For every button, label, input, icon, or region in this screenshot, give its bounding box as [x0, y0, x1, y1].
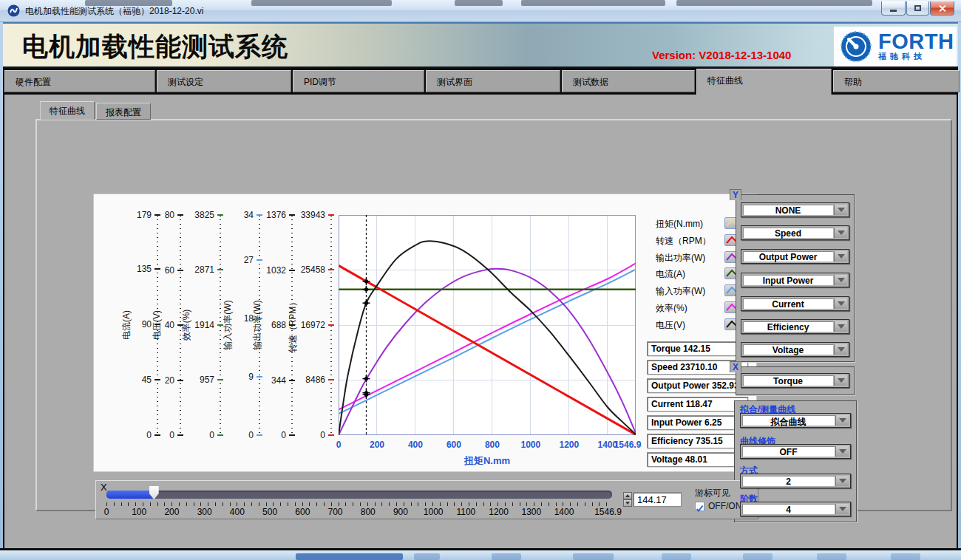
y-selector-6[interactable]: Efficiency — [741, 319, 849, 334]
title-bar[interactable]: 电机加载性能测试系统（福驰）2018-12-20.vi — [0, 0, 961, 22]
y-selector-5[interactable]: Current — [741, 296, 849, 311]
legend-label-扭矩(N.mm): 扭矩(N.mm) — [656, 218, 703, 231]
app-header: 电机加载性能测试系统 Version: V2018-12-13-1040 FOR… — [3, 22, 958, 68]
x-selector[interactable]: Torque — [741, 373, 849, 388]
tab-测试设定[interactable]: 测试设定 — [157, 70, 291, 92]
axis-tick-value: 688 — [245, 320, 286, 330]
axis-tick-value: 0 — [173, 430, 214, 440]
slider-scale-800: 800 — [361, 507, 376, 517]
slider-scale-1000: 1000 — [424, 507, 444, 517]
y-selector-3[interactable]: Output Power — [741, 249, 849, 264]
axis-major-tick — [257, 259, 262, 261]
y-selector-1-dropdown-button[interactable] — [834, 205, 847, 215]
axis-major-tick — [328, 379, 334, 380]
slider-scale-1400: 1400 — [554, 507, 574, 517]
maximize-button[interactable] — [906, 1, 929, 16]
readout-Voltage: Voltage 48.01 — [647, 452, 748, 467]
y-selector-7[interactable]: Voltage — [741, 342, 849, 357]
fit-control-阶数-value: 4 — [742, 504, 835, 514]
axis-tick-value: 344 — [245, 375, 286, 386]
labview-app-icon — [7, 4, 20, 17]
plot-area[interactable] — [339, 215, 636, 435]
y-selector-6-value: Efficiency — [743, 321, 833, 332]
check-icon — [696, 505, 704, 513]
slider-scale-1546.9: 1546.9 — [594, 507, 622, 517]
y-selector-2-value: Speed — [743, 228, 833, 238]
axis-tick-value: 33943 — [284, 210, 325, 220]
x-selector-dropdown-button[interactable] — [834, 375, 847, 386]
fit-control-阶数-dropdown-button[interactable] — [835, 504, 849, 514]
y-selector-7-dropdown-button[interactable] — [834, 344, 847, 355]
slider-scale-1200: 1200 — [489, 507, 509, 517]
legend-label-电流(A): 电流(A) — [656, 268, 685, 281]
close-button[interactable] — [930, 1, 954, 16]
spinner-down-button[interactable] — [623, 499, 632, 507]
legend-label-效率(%): 效率(%) — [656, 302, 687, 315]
maximize-icon — [914, 5, 921, 11]
x-tick-1546.9: 1546.9 — [614, 440, 642, 450]
x-tick-600: 600 — [446, 440, 461, 450]
y-selector-6-dropdown-button[interactable] — [834, 321, 847, 332]
fit-control-曲线修饰-dropdown-button[interactable] — [835, 446, 849, 457]
application-window: 电机加载性能测试系统（福驰）2018-12-20.vi 电机加载性能测试系统 V… — [0, 0, 961, 560]
app-title: 电机加载性能测试系统 — [22, 30, 288, 64]
readout-Efficiency: Efficiency 735.15 — [647, 434, 748, 448]
tab-硬件配置[interactable]: 硬件配置 — [4, 70, 155, 92]
taskbar-item — [743, 553, 772, 560]
tab-PID调节[interactable]: PID调节 — [293, 70, 424, 92]
fit-control-拟合/测量曲线[interactable]: 拟合曲线 — [740, 413, 851, 428]
fit-control-阶数[interactable]: 4 — [740, 502, 851, 516]
dropdown-arrow-icon — [839, 449, 846, 454]
y-selector-4-dropdown-button[interactable] — [834, 275, 847, 285]
axis-label-输入功率(W): 输入功率(W) — [222, 300, 234, 349]
axis-major-tick — [328, 434, 334, 436]
subtab-特征曲线[interactable]: 特征曲线 — [40, 101, 95, 120]
dropdown-arrow-icon — [838, 278, 845, 282]
dropdown-arrow-icon — [839, 507, 846, 511]
axis-tick-value: 1914 — [173, 320, 214, 330]
cursor-x-value-input[interactable]: 144.17 — [633, 492, 682, 507]
y-selector-5-value: Current — [743, 298, 833, 309]
axis-major-tick — [328, 214, 334, 216]
fit-control-方式-dropdown-button[interactable] — [835, 476, 849, 486]
tab-特征曲线[interactable]: 特征曲线 — [696, 69, 832, 95]
axis-major-tick — [217, 269, 223, 270]
minimize-button[interactable] — [881, 1, 906, 16]
dropdown-arrow-icon — [838, 378, 845, 383]
tab-测试界面[interactable]: 测试界面 — [426, 70, 560, 92]
x-frame-label: X — [730, 361, 741, 372]
taskbar-item — [414, 553, 440, 560]
slider-fill — [106, 491, 154, 499]
dropdown-arrow-icon — [838, 301, 845, 306]
y-selector-3-dropdown-button[interactable] — [834, 251, 847, 262]
readout-Current: Current 118.47 — [647, 397, 748, 412]
fit-control-方式-value: 2 — [742, 476, 835, 486]
subtab-报表配置[interactable]: 报表配置 — [96, 103, 151, 120]
fit-control-曲线修饰[interactable]: OFF — [740, 444, 851, 459]
y-selector-2-dropdown-button[interactable] — [834, 228, 847, 238]
fit-control-拟合/测量曲线-dropdown-button[interactable] — [835, 415, 849, 426]
slider-track[interactable] — [106, 491, 612, 499]
dropdown-arrow-icon — [838, 254, 845, 259]
taskbar-item — [492, 553, 521, 560]
main-tab-bar: 硬件配置测试设定PID调节测试界面测试数据特征曲线帮助 — [3, 68, 958, 95]
minimize-icon — [890, 10, 897, 12]
background-window-shadow — [251, 0, 392, 6]
tab-帮助[interactable]: 帮助 — [833, 70, 960, 92]
slider-ruler — [106, 502, 613, 506]
spinner-up-button[interactable] — [623, 492, 632, 499]
fit-control-方式[interactable]: 2 — [740, 474, 851, 488]
axis-tick-value: 8486 — [284, 375, 325, 385]
slider-label: X — [101, 482, 107, 493]
close-icon — [938, 4, 946, 13]
y-selector-4[interactable]: Input Power — [741, 273, 849, 287]
slider-scale-700: 700 — [328, 507, 343, 517]
cursor-visible-checkbox[interactable] — [695, 502, 704, 511]
tab-测试数据[interactable]: 测试数据 — [562, 70, 695, 92]
x-axis-label: 扭矩N.mm — [339, 454, 636, 468]
y-selector-5-dropdown-button[interactable] — [834, 298, 847, 309]
y-selector-1[interactable]: NONE — [741, 202, 849, 217]
forth-logo: FORTH 福驰科技 — [834, 27, 957, 66]
y-selector-1-value: NONE — [743, 205, 833, 215]
y-selector-2[interactable]: Speed — [741, 225, 849, 240]
